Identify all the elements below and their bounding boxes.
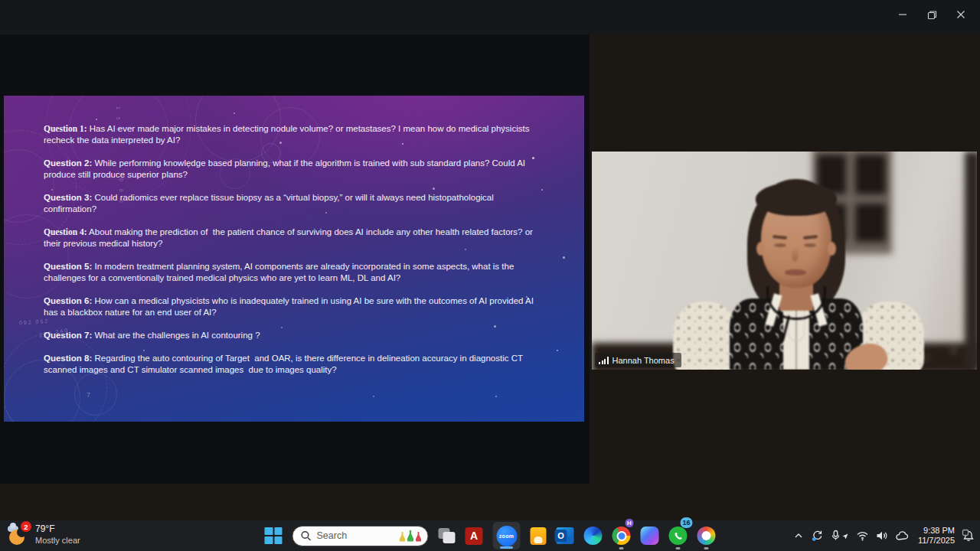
- photos-icon: [697, 527, 716, 545]
- sync-icon: [811, 530, 824, 542]
- copilot-icon: [641, 527, 659, 545]
- search-icon: [301, 530, 312, 541]
- acrobat-icon: A: [466, 527, 483, 545]
- minimize-button[interactable]: [888, 5, 917, 24]
- tray-onedrive-button[interactable]: [895, 531, 909, 541]
- audio-signal-icon: [599, 357, 609, 364]
- zoom-icon: zoom: [496, 526, 517, 546]
- restore-button[interactable]: [917, 5, 946, 24]
- outlook-icon: [557, 527, 574, 544]
- question-label: Question 7:: [44, 331, 92, 340]
- question: Question 4: About making the prediction …: [44, 227, 546, 249]
- zoom-active-indicator: [500, 546, 513, 549]
- cloud-icon: [895, 531, 909, 541]
- question: Question 6: How can a medical physicists…: [44, 295, 546, 318]
- acrobat-app-button[interactable]: A: [466, 520, 483, 551]
- participant-person: [592, 152, 977, 370]
- minimize-icon: [898, 10, 907, 19]
- photos-app-button[interactable]: [697, 520, 716, 551]
- tray-wifi-button[interactable]: [856, 530, 869, 541]
- participant-name-tag: Hannah Thomas: [595, 353, 681, 367]
- question-label: Question 6:: [44, 296, 92, 305]
- screen-share-region: 092 052 250 240 7 0 8 0 1 5 0 Question 1…: [0, 34, 590, 484]
- shirt-sleeve: [673, 302, 737, 370]
- whatsapp-badge: 16: [681, 517, 693, 528]
- tray-sync-button[interactable]: [811, 530, 824, 542]
- copilot-app-button[interactable]: [641, 520, 659, 551]
- windows-logo-icon: [265, 527, 283, 545]
- question: Question 7: What are the challenges in A…: [44, 330, 546, 341]
- ear: [828, 242, 836, 256]
- question-label: Question 8:: [44, 354, 92, 363]
- tray-mic-location-button[interactable]: [831, 530, 849, 542]
- search-highlight-flasks-icon: [400, 530, 422, 542]
- start-button[interactable]: [265, 520, 283, 551]
- tray-time: 9:38 PM: [918, 526, 955, 536]
- chrome-icon: [612, 527, 631, 545]
- running-indicator: [704, 547, 709, 549]
- whatsapp-icon: [669, 527, 688, 545]
- window-titlebar: [0, 0, 980, 34]
- question: Question 3: Could radiomics ever replace…: [44, 192, 546, 215]
- participant-name: Hannah Thomas: [612, 356, 675, 365]
- chevron-up-icon: [793, 531, 804, 540]
- bell-icon: [962, 529, 975, 543]
- tray-clock[interactable]: 9:38 PM 11/7/2025: [918, 526, 955, 546]
- ear: [756, 242, 765, 256]
- restore-icon: [927, 10, 937, 20]
- eye: [804, 243, 816, 247]
- desktop-screen: 092 052 250 240 7 0 8 0 1 5 0 Question 1…: [0, 0, 980, 551]
- question: Question 8: Regarding the auto contourin…: [44, 353, 546, 376]
- tray-chevron-button[interactable]: [793, 531, 804, 540]
- question: Question 5: In modern treatment planning…: [44, 261, 546, 284]
- edge-app-button[interactable]: [584, 520, 603, 551]
- running-indicator: [619, 547, 624, 549]
- eye: [774, 243, 786, 247]
- star-dots: [4, 96, 6, 98]
- whatsapp-app-button[interactable]: 16: [669, 520, 688, 551]
- notes-app-button[interactable]: [531, 520, 547, 551]
- outlook-app-button[interactable]: [557, 520, 574, 551]
- task-view-button[interactable]: [439, 520, 456, 551]
- phone-glyph: [673, 531, 683, 541]
- zoom-app-button[interactable]: zoom: [493, 520, 521, 551]
- question-label: Question 2:: [44, 158, 92, 168]
- nose: [792, 246, 799, 262]
- speaker-icon: [876, 530, 888, 541]
- participant-video-tile[interactable]: Hannah Thomas: [592, 152, 977, 370]
- running-indicator: [676, 547, 681, 549]
- search-box[interactable]: [292, 526, 429, 546]
- lips: [785, 269, 806, 276]
- chrome-profile-badge: H: [625, 518, 635, 528]
- weather-condition: Mostly clear: [35, 535, 80, 546]
- notes-icon: [531, 527, 547, 545]
- wifi-icon: [856, 530, 869, 541]
- close-button[interactable]: [946, 5, 975, 24]
- weather-temperature: 79°F: [35, 523, 80, 535]
- weather-badge: 2: [21, 521, 31, 532]
- task-view-icon: [439, 528, 456, 543]
- hairline: [756, 182, 837, 216]
- question-label: Question 5:: [44, 262, 92, 271]
- dial-numbers: 7: [87, 391, 92, 399]
- microphone-location-icon: [831, 530, 849, 542]
- weather-widget[interactable]: 2 79°F Mostly clear: [8, 523, 80, 546]
- tray-volume-button[interactable]: [876, 530, 888, 541]
- question-list: Question 1: Has AI ever made major mista…: [44, 123, 546, 387]
- question-label: Question 1:: [44, 124, 87, 133]
- question: Question 2: While performing knowledge b…: [44, 158, 546, 181]
- close-icon: [956, 10, 965, 19]
- edge-icon: [584, 527, 603, 545]
- weather-icon: 2: [8, 523, 29, 546]
- notification-bell-button[interactable]: [962, 529, 975, 543]
- taskbar: 2 79°F Mostly clear: [0, 520, 980, 551]
- tray-date: 11/7/2025: [918, 536, 955, 546]
- presentation-slide: 092 052 250 240 7 0 8 0 1 5 0 Question 1…: [4, 96, 584, 422]
- question-label: Question 4:: [44, 227, 87, 236]
- question: Question 1: Has AI ever made major mista…: [44, 123, 546, 146]
- question-label: Question 3:: [44, 193, 92, 202]
- chrome-app-button[interactable]: H: [612, 520, 631, 551]
- search-input[interactable]: [317, 530, 400, 541]
